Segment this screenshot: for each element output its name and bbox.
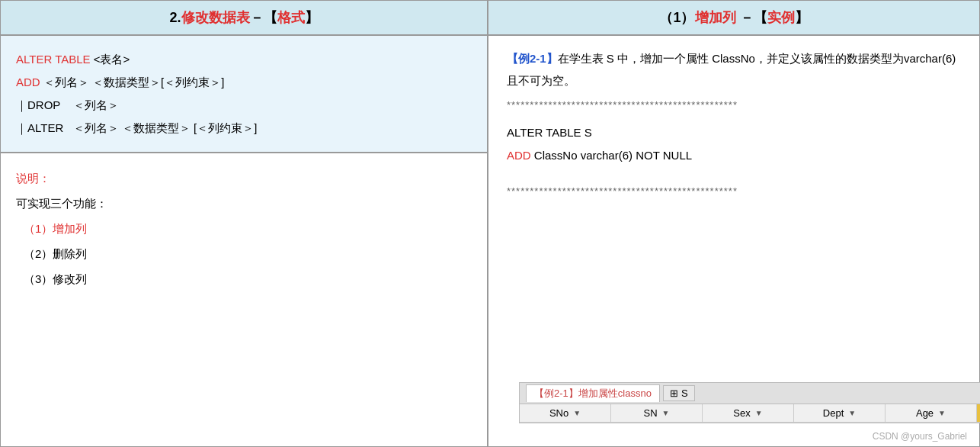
left-code-section: ALTER TABLE <表名> ADD ＜列名＞ ＜数据类型＞[＜列约束＞] … xyxy=(1,36,487,153)
desc-item-3: （3）修改列 xyxy=(16,266,472,291)
right-header: （1）增加列 －【实例】 xyxy=(488,1,979,36)
example-label: 【例2-1】 xyxy=(507,52,558,65)
col-age-header: Age ▼ xyxy=(886,404,976,423)
left-desc-section: 说明： 可实现三个功能： （1）增加列 （2）删除列 （3）修改列 xyxy=(1,153,487,304)
stars-2: ****************************************… xyxy=(507,182,961,201)
col-sn-label: SN xyxy=(644,407,658,419)
col-sex-dropdown[interactable]: ▼ xyxy=(755,409,763,417)
stars-1: ****************************************… xyxy=(507,96,961,115)
col-dept-label: Dept xyxy=(823,407,844,419)
tab-example[interactable]: 【例2-1】增加属性classno xyxy=(526,384,660,402)
code-block: ALTER TABLE S ADD ClassNo varchar(6) NOT… xyxy=(507,121,961,167)
code-line-1: ALTER TABLE <表名> xyxy=(16,48,472,71)
col-age-dropdown[interactable]: ▼ xyxy=(938,409,946,417)
desc-item-2: （2）删除列 xyxy=(16,241,472,266)
left-header: 2.修改数据表－【格式】 xyxy=(1,1,487,36)
left-header-text: 2.修改数据表－【格式】 xyxy=(169,10,318,25)
col-sex: Sex ▼ xyxy=(703,404,794,423)
desc-line1: 可实现三个功能： xyxy=(16,191,472,216)
col-sex-header: Sex ▼ xyxy=(703,404,793,423)
col-dept-header: Dept ▼ xyxy=(794,404,885,423)
col-sno-dropdown[interactable]: ▼ xyxy=(573,409,581,417)
left-panel: 2.修改数据表－【格式】 ALTER TABLE <表名> ADD ＜列名＞ ＜… xyxy=(1,1,488,446)
right-panel: （1）增加列 －【实例】 【例2-1】在学生表 S 中，增加一个属性 Class… xyxy=(488,1,979,446)
code-alter: ALTER TABLE S xyxy=(507,121,961,144)
table-demo-container: 【例2-1】增加属性classno ⊞ S SNo ▼ xyxy=(519,382,980,423)
tab-s-label: S xyxy=(681,388,688,399)
col-age: Age ▼ xyxy=(886,404,977,423)
col-sex-label: Sex xyxy=(733,407,750,419)
left-header-bracket: 格式 xyxy=(277,10,305,25)
col-classno-header: ClassNo xyxy=(977,404,980,423)
code-line-2: ADD ＜列名＞ ＜数据类型＞[＜列约束＞] xyxy=(16,71,472,94)
table-demo-overlay: 【例2-1】增加属性classno ⊞ S SNo ▼ xyxy=(488,382,979,423)
right-header-bracket: 实例 xyxy=(767,10,795,25)
watermark: CSDN @yours_Gabriel xyxy=(873,431,967,442)
content-area: 2.修改数据表－【格式】 ALTER TABLE <表名> ADD ＜列名＞ ＜… xyxy=(0,0,980,447)
example-line: 【例2-1】在学生表 S 中，增加一个属性 ClassNo，并定义该属性的数据类… xyxy=(507,48,961,92)
col-dept-dropdown[interactable]: ▼ xyxy=(848,409,856,417)
col-classno: ClassNo xyxy=(977,404,980,423)
col-sn-dropdown[interactable]: ▼ xyxy=(662,409,670,417)
code-add-keyword: ADD xyxy=(507,149,531,162)
col-sno: SNo ▼ xyxy=(520,404,611,423)
code-line-3: ｜DROP ＜列名＞ xyxy=(16,94,472,117)
col-age-label: Age xyxy=(916,407,934,419)
tab-s-icon: ⊞ xyxy=(670,388,678,399)
col-sn-header: SN ▼ xyxy=(611,404,702,423)
col-sno-header: SNo ▼ xyxy=(520,404,610,423)
left-header-red: 修改数据表 xyxy=(181,10,250,25)
main-container: 2.修改数据表－【格式】 ALTER TABLE <表名> ADD ＜列名＞ ＜… xyxy=(0,0,980,447)
table-grid: SNo ▼ SN ▼ Sex xyxy=(520,404,980,423)
example-text: 在学生表 S 中，增加一个属性 ClassNo，并定义该属性的数据类型为varc… xyxy=(507,52,956,87)
tab-s[interactable]: ⊞ S xyxy=(663,385,695,401)
desc-title: 说明： xyxy=(16,166,472,191)
code-line-4: ｜ALTER ＜列名＞ ＜数据类型＞ [＜列约束＞] xyxy=(16,117,472,140)
desc-item-1: （1）增加列 xyxy=(16,216,472,241)
col-dept: Dept ▼ xyxy=(794,404,886,423)
table-titlebar: 【例2-1】增加属性classno ⊞ S xyxy=(520,383,980,404)
code-add-line: ADD ClassNo varchar(6) NOT NULL xyxy=(507,144,961,167)
col-sno-label: SNo xyxy=(549,407,568,419)
right-header-red: 增加列 xyxy=(695,10,736,25)
code-add-rest: ClassNo varchar(6) NOT NULL xyxy=(531,149,692,162)
col-sn: SN ▼ xyxy=(611,404,703,423)
